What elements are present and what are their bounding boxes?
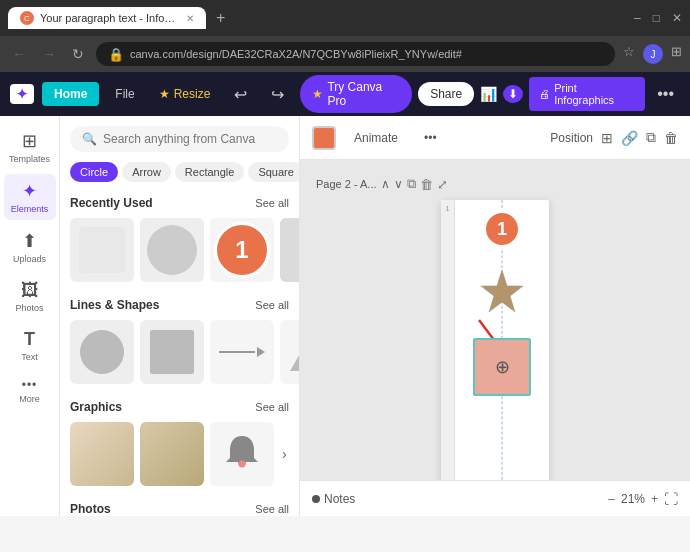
print-button[interactable]: 🖨 Print Infographics: [529, 77, 645, 111]
share-button[interactable]: Share: [418, 82, 474, 106]
address-bar: ← → ↻ 🔒 canva.com/design/DAE32CRaX2A/N7Q…: [0, 36, 690, 72]
zoom-out-button[interactable]: –: [608, 492, 615, 506]
user-icon[interactable]: J: [643, 44, 663, 64]
tab-close-button[interactable]: ✕: [186, 13, 194, 24]
recently-used-item-circle[interactable]: [140, 218, 204, 282]
copy-icon[interactable]: ⧉: [646, 129, 656, 146]
delete-page-icon[interactable]: 🗑: [420, 177, 433, 192]
home-button[interactable]: Home: [42, 82, 99, 106]
forward-button[interactable]: →: [38, 44, 60, 64]
star-element[interactable]: [479, 268, 525, 314]
grid-icon[interactable]: ⊞: [601, 130, 613, 146]
color-swatch[interactable]: [312, 126, 336, 150]
toolbar-more-button[interactable]: •••: [416, 127, 445, 149]
canva-logo[interactable]: ✦: [10, 84, 34, 104]
canvas-area: Animate ••• Position ⊞ 🔗 ⧉ 🗑 Page 2 - A.…: [300, 116, 690, 516]
shape-tab-circle[interactable]: Circle: [70, 162, 118, 182]
page-down-button[interactable]: ∨: [394, 177, 403, 191]
circle-shape: [147, 225, 197, 275]
bookmark-icon[interactable]: ☆: [623, 44, 635, 64]
lines-item-square[interactable]: [140, 320, 204, 384]
animate-button[interactable]: Animate: [346, 127, 406, 149]
graphics-header: Graphics See all: [70, 400, 289, 414]
rectangle-element[interactable]: ⊕: [473, 338, 531, 396]
star-svg: [479, 268, 525, 314]
analytics-icon[interactable]: 📊: [480, 86, 497, 102]
fullscreen-button[interactable]: ⛶: [664, 491, 678, 507]
try-canva-button[interactable]: ★ Try Canva Pro: [300, 75, 412, 113]
download-icon[interactable]: ⬇: [503, 85, 523, 103]
tab-title: Your paragraph text - Infograph...: [40, 12, 180, 24]
recently-used-header: Recently Used See all: [70, 196, 289, 210]
recently-used-item-partial[interactable]: [280, 218, 300, 282]
page-container: 1 1: [441, 200, 549, 480]
expand-page-icon[interactable]: ⤢: [437, 177, 448, 192]
recently-used-see-all[interactable]: See all: [255, 197, 289, 209]
address-input[interactable]: 🔒 canva.com/design/DAE32CRaX2A/N7QCBYw8i…: [96, 42, 615, 66]
extensions-icon[interactable]: ⊞: [671, 44, 682, 64]
lines-item-line[interactable]: [210, 320, 274, 384]
canvas-toolbar: Animate ••• Position ⊞ 🔗 ⧉ 🗑: [300, 116, 690, 160]
minimize-button[interactable]: –: [634, 11, 641, 25]
sidebar-item-uploads[interactable]: ⬆ Uploads: [4, 224, 56, 270]
sidebar-item-templates[interactable]: ⊞ Templates: [4, 124, 56, 170]
duplicate-page-icon[interactable]: ⧉: [407, 176, 416, 192]
notes-label: Notes: [324, 492, 355, 506]
graphics-item-1[interactable]: [70, 422, 134, 486]
maximize-button[interactable]: □: [653, 11, 660, 25]
toolbar-right: Position ⊞ 🔗 ⧉ 🗑: [550, 129, 678, 146]
graphic-placeholder-1: [70, 422, 134, 486]
close-button[interactable]: ✕: [672, 11, 682, 25]
more-options-button[interactable]: •••: [651, 83, 680, 105]
redo-button[interactable]: ↪: [263, 80, 292, 109]
photos-title: Photos: [70, 502, 111, 516]
notes-button[interactable]: Notes: [312, 492, 355, 506]
recently-used-grid: 1 ›: [70, 218, 289, 282]
lines-shapes-see-all[interactable]: See all: [255, 299, 289, 311]
number-badge-element[interactable]: 1: [483, 210, 521, 248]
photos-see-all[interactable]: See all: [255, 503, 289, 515]
browser-tab[interactable]: C Your paragraph text - Infograph... ✕: [8, 7, 206, 29]
sidebar-item-more[interactable]: ••• More: [4, 372, 56, 410]
zoom-level: 21%: [621, 492, 645, 506]
delete-icon[interactable]: 🗑: [664, 130, 678, 146]
page[interactable]: 1 1: [441, 200, 549, 480]
search-input-wrap[interactable]: 🔍: [70, 126, 289, 152]
recently-used-section: Recently Used See all 1 ›: [60, 186, 299, 288]
svg-marker-4: [481, 270, 523, 312]
sidebar-item-photos[interactable]: 🖼 Photos: [4, 274, 56, 319]
lines-item-triangle[interactable]: [280, 320, 300, 384]
sidebar-item-elements[interactable]: ✦ Elements: [4, 174, 56, 220]
graphics-item-bell[interactable]: [210, 422, 274, 486]
page-up-button[interactable]: ∧: [381, 177, 390, 191]
shape-tab-arrow[interactable]: Arrow: [122, 162, 171, 182]
zoom-controls: – 21% + ⛶: [608, 491, 678, 507]
text-icon: T: [24, 329, 35, 350]
print-icon: 🖨: [539, 88, 550, 100]
back-button[interactable]: ←: [8, 44, 30, 64]
graphics-item-2[interactable]: [140, 422, 204, 486]
position-button[interactable]: Position: [550, 131, 593, 145]
graphic-placeholder-2: [140, 422, 204, 486]
recently-used-item-square[interactable]: [70, 218, 134, 282]
graphics-see-all[interactable]: See all: [255, 401, 289, 413]
recently-used-item-number[interactable]: 1: [210, 218, 274, 282]
window-controls: – □ ✕: [634, 11, 682, 25]
file-button[interactable]: File: [107, 82, 142, 106]
graphics-next-icon[interactable]: ›: [282, 446, 287, 462]
new-tab-button[interactable]: +: [216, 9, 225, 27]
refresh-button[interactable]: ↻: [68, 44, 88, 64]
resize-button[interactable]: ★ Resize: [151, 82, 219, 106]
undo-button[interactable]: ↩: [226, 80, 255, 109]
page-ruler: 1: [441, 200, 455, 480]
shape-tab-rectangle[interactable]: Rectangle: [175, 162, 245, 182]
elements-panel: 🔍 Circle Arrow Rectangle Square › Recent…: [60, 116, 300, 516]
graphics-section: Graphics See all ›: [60, 390, 299, 492]
lines-item-circle[interactable]: [70, 320, 134, 384]
zoom-in-button[interactable]: +: [651, 492, 658, 506]
lines-shapes-header: Lines & Shapes See all: [70, 298, 289, 312]
search-input[interactable]: [103, 132, 277, 146]
link-icon[interactable]: 🔗: [621, 130, 638, 146]
shape-tab-square[interactable]: Square: [248, 162, 299, 182]
sidebar-item-text[interactable]: T Text: [4, 323, 56, 368]
